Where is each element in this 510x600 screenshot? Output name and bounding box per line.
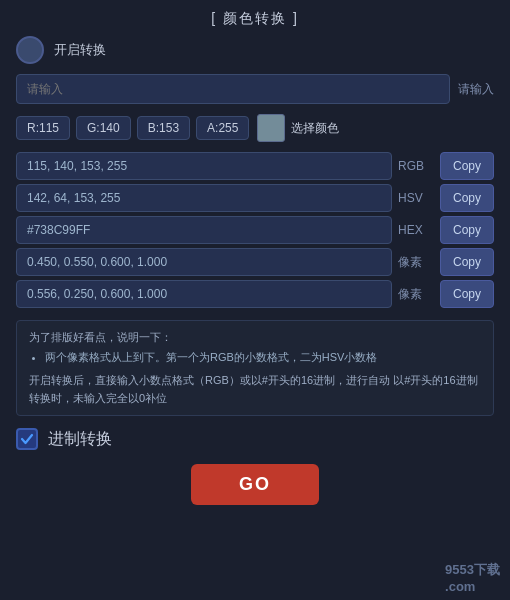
go-btn-row: GO xyxy=(16,464,494,505)
pixel1-value: 0.450, 0.550, 0.600, 1.000 xyxy=(16,248,392,276)
data-table: 115, 140, 153, 255 RGB Copy 142, 64, 153… xyxy=(16,152,494,308)
color-swatch[interactable] xyxy=(257,114,285,142)
pixel1-copy-button[interactable]: Copy xyxy=(440,248,494,276)
rgb-copy-button[interactable]: Copy xyxy=(440,152,494,180)
rgb-value: 115, 140, 153, 255 xyxy=(16,152,392,180)
checkmark-icon xyxy=(20,432,34,446)
table-row: 0.450, 0.550, 0.600, 1.000 像素 Copy xyxy=(16,248,494,276)
g-badge[interactable]: G:140 xyxy=(76,116,131,140)
description-bullet: 两个像素格式从上到下。第一个为RGB的小数格式，二为HSV小数格 xyxy=(45,349,481,367)
hex-toggle-checkbox[interactable] xyxy=(16,428,38,450)
go-button[interactable]: GO xyxy=(191,464,319,505)
toggle-row: 开启转换 xyxy=(16,36,494,64)
hex-label: HEX xyxy=(398,223,434,237)
a-badge[interactable]: A:255 xyxy=(196,116,249,140)
description-extra: 开启转换后，直接输入小数点格式（RGB）或以#开头的16进制，进行自动 以#开头… xyxy=(29,372,481,407)
r-badge[interactable]: R:115 xyxy=(16,116,70,140)
input-hint-label: 请输入 xyxy=(458,81,494,98)
pixel2-value: 0.556, 0.250, 0.600, 1.000 xyxy=(16,280,392,308)
watermark: 9553下载 .com xyxy=(445,561,500,594)
toggle-label: 开启转换 xyxy=(54,41,106,59)
hsv-value: 142, 64, 153, 255 xyxy=(16,184,392,212)
hex-toggle-row: 进制转换 xyxy=(16,428,494,450)
table-row: #738C99FF HEX Copy xyxy=(16,216,494,244)
pixel1-label: 像素 xyxy=(398,254,434,271)
description-title: 为了排版好看点，说明一下： xyxy=(29,329,481,347)
table-row: 115, 140, 153, 255 RGB Copy xyxy=(16,152,494,180)
table-row: 0.556, 0.250, 0.600, 1.000 像素 Copy xyxy=(16,280,494,308)
table-row: 142, 64, 153, 255 HSV Copy xyxy=(16,184,494,212)
hex-toggle-label: 进制转换 xyxy=(48,429,112,450)
hex-value: #738C99FF xyxy=(16,216,392,244)
app-title: [ 颜色转换 ] xyxy=(0,0,510,36)
pixel2-copy-button[interactable]: Copy xyxy=(440,280,494,308)
open-toggle[interactable] xyxy=(16,36,44,64)
rgba-row: R:115 G:140 B:153 A:255 选择颜色 xyxy=(16,114,494,142)
hex-copy-button[interactable]: Copy xyxy=(440,216,494,244)
hsv-copy-button[interactable]: Copy xyxy=(440,184,494,212)
description-box: 为了排版好看点，说明一下： 两个像素格式从上到下。第一个为RGB的小数格式，二为… xyxy=(16,320,494,416)
pixel2-label: 像素 xyxy=(398,286,434,303)
rgb-label: RGB xyxy=(398,159,434,173)
color-input[interactable] xyxy=(16,74,450,104)
choose-color-label: 选择颜色 xyxy=(291,120,339,137)
input-row: 请输入 xyxy=(16,74,494,104)
hsv-label: HSV xyxy=(398,191,434,205)
b-badge[interactable]: B:153 xyxy=(137,116,190,140)
